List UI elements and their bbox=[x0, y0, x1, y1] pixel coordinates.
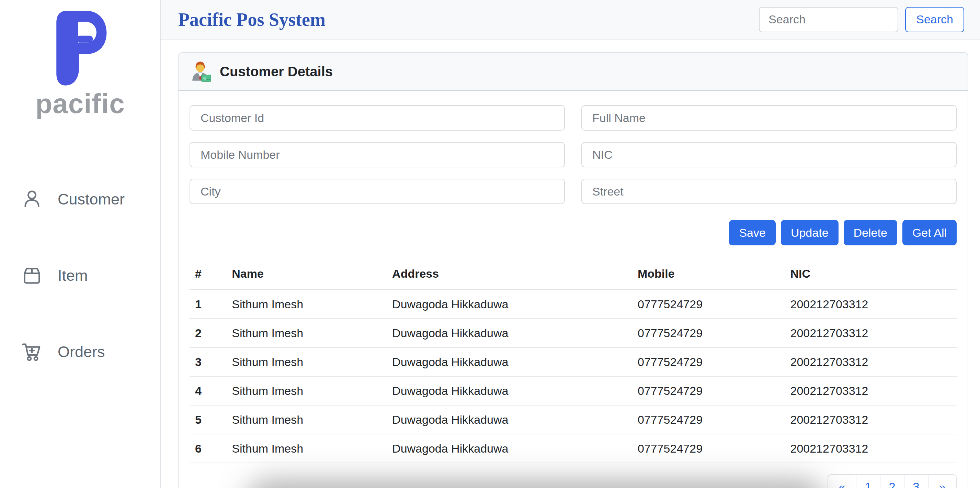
sidebar-nav: Customer Item bbox=[0, 186, 161, 415]
street-field[interactable] bbox=[581, 179, 957, 204]
customers-table: # Name Address Mobile NIC 1 Sithum Imesh bbox=[189, 255, 957, 463]
nic-field[interactable] bbox=[581, 142, 957, 167]
cell-name: Sithum Imesh bbox=[226, 290, 387, 319]
table-row: 1 Sithum Imesh Duwagoda Hikkaduwa 077752… bbox=[189, 290, 957, 319]
cell-address: Duwagoda Hikkaduwa bbox=[387, 290, 632, 319]
cell-mobile: 0777524729 bbox=[632, 290, 785, 319]
logo-wordmark: pacific bbox=[35, 90, 125, 118]
col-header-name: Name bbox=[226, 255, 387, 290]
sidebar-item-label: Orders bbox=[58, 343, 105, 361]
cell-mobile: 0777524729 bbox=[632, 348, 785, 376]
col-header-index: # bbox=[189, 255, 226, 290]
cell-nic: 200212703312 bbox=[785, 319, 957, 348]
table-row: 6 Sithum Imesh Duwagoda Hikkaduwa 077752… bbox=[189, 434, 957, 463]
cell-name: Sithum Imesh bbox=[226, 405, 387, 434]
card-header: Customer Details bbox=[178, 53, 968, 91]
mobile-number-field[interactable] bbox=[189, 142, 565, 167]
delete-button[interactable]: Delete bbox=[844, 220, 897, 246]
col-header-mobile: Mobile bbox=[632, 255, 785, 290]
sidebar-item-customer[interactable]: Customer bbox=[0, 186, 161, 213]
businessman-icon bbox=[189, 60, 212, 83]
cell-mobile: 0777524729 bbox=[632, 319, 785, 348]
cart-plus-icon bbox=[21, 341, 43, 362]
cell-name: Sithum Imesh bbox=[226, 376, 387, 405]
cell-address: Duwagoda Hikkaduwa bbox=[387, 434, 632, 463]
box-icon bbox=[21, 265, 43, 286]
cell-index: 4 bbox=[189, 376, 226, 405]
pagination-page-2[interactable]: 2 bbox=[880, 474, 904, 488]
sidebar-item-orders[interactable]: Orders bbox=[0, 338, 161, 366]
cell-name: Sithum Imesh bbox=[226, 319, 387, 348]
customer-details-card: Customer Details Save Update Del bbox=[178, 52, 968, 488]
pagination-page-3[interactable]: 3 bbox=[904, 474, 929, 488]
cell-mobile: 0777524729 bbox=[632, 376, 785, 405]
table-row: 3 Sithum Imesh Duwagoda Hikkaduwa 077752… bbox=[189, 348, 957, 376]
cell-address: Duwagoda Hikkaduwa bbox=[387, 348, 632, 376]
content-area: Customer Details Save Update Del bbox=[161, 40, 980, 488]
cell-mobile: 0777524729 bbox=[632, 434, 785, 463]
pagination-prev[interactable]: « bbox=[827, 474, 856, 488]
pagination-next[interactable]: » bbox=[928, 474, 957, 488]
search-bar: Search bbox=[759, 7, 964, 32]
pagination-page-1[interactable]: 1 bbox=[856, 474, 880, 488]
pacific-logo-icon bbox=[44, 9, 116, 87]
cell-nic: 200212703312 bbox=[785, 434, 957, 463]
get-all-button[interactable]: Get All bbox=[902, 220, 957, 246]
cell-nic: 200212703312 bbox=[785, 348, 957, 376]
card-body: Save Update Delete Get All # Name bbox=[178, 91, 968, 488]
search-input[interactable] bbox=[759, 7, 898, 32]
pagination-row: « 1 2 3 » bbox=[189, 474, 957, 488]
customer-form bbox=[189, 105, 957, 204]
cell-name: Sithum Imesh bbox=[226, 434, 387, 463]
col-header-address: Address bbox=[387, 255, 632, 290]
cell-index: 5 bbox=[189, 405, 226, 434]
cell-name: Sithum Imesh bbox=[226, 348, 387, 376]
main-area: Pacific Pos System Search bbox=[161, 0, 980, 488]
sidebar-item-label: Customer bbox=[58, 190, 125, 208]
action-buttons: Save Update Delete Get All bbox=[189, 220, 957, 246]
col-header-nic: NIC bbox=[785, 255, 957, 290]
sidebar-item-item[interactable]: Item bbox=[0, 262, 161, 289]
update-button[interactable]: Update bbox=[781, 220, 838, 246]
cell-address: Duwagoda Hikkaduwa bbox=[387, 376, 632, 405]
cell-nic: 200212703312 bbox=[785, 376, 957, 405]
sidebar-item-label: Item bbox=[58, 267, 88, 285]
save-button[interactable]: Save bbox=[729, 220, 776, 246]
sidebar: pacific Customer bbox=[0, 0, 161, 488]
cell-address: Duwagoda Hikkaduwa bbox=[387, 405, 632, 434]
cell-index: 2 bbox=[189, 319, 226, 348]
topbar: Pacific Pos System Search bbox=[161, 0, 980, 40]
cell-address: Duwagoda Hikkaduwa bbox=[387, 319, 632, 348]
cell-nic: 200212703312 bbox=[785, 405, 957, 434]
customer-id-field[interactable] bbox=[189, 105, 565, 131]
page-title: Pacific Pos System bbox=[178, 10, 326, 29]
full-name-field[interactable] bbox=[581, 105, 957, 131]
cell-index: 3 bbox=[189, 348, 226, 376]
brand-logo: pacific bbox=[35, 9, 125, 118]
table-row: 2 Sithum Imesh Duwagoda Hikkaduwa 077752… bbox=[189, 319, 957, 348]
pagination: « 1 2 3 » bbox=[827, 474, 957, 488]
cell-index: 6 bbox=[189, 434, 226, 463]
person-icon bbox=[21, 189, 43, 210]
table-header-row: # Name Address Mobile NIC bbox=[189, 255, 957, 290]
table-row: 4 Sithum Imesh Duwagoda Hikkaduwa 077752… bbox=[189, 376, 957, 405]
city-field[interactable] bbox=[189, 179, 565, 204]
cell-nic: 200212703312 bbox=[785, 290, 957, 319]
table-row: 5 Sithum Imesh Duwagoda Hikkaduwa 077752… bbox=[189, 405, 957, 434]
search-button[interactable]: Search bbox=[905, 7, 964, 32]
cell-index: 1 bbox=[189, 290, 226, 319]
app-window: pacific Customer bbox=[0, 0, 980, 488]
card-title: Customer Details bbox=[220, 64, 333, 80]
cell-mobile: 0777524729 bbox=[632, 405, 785, 434]
